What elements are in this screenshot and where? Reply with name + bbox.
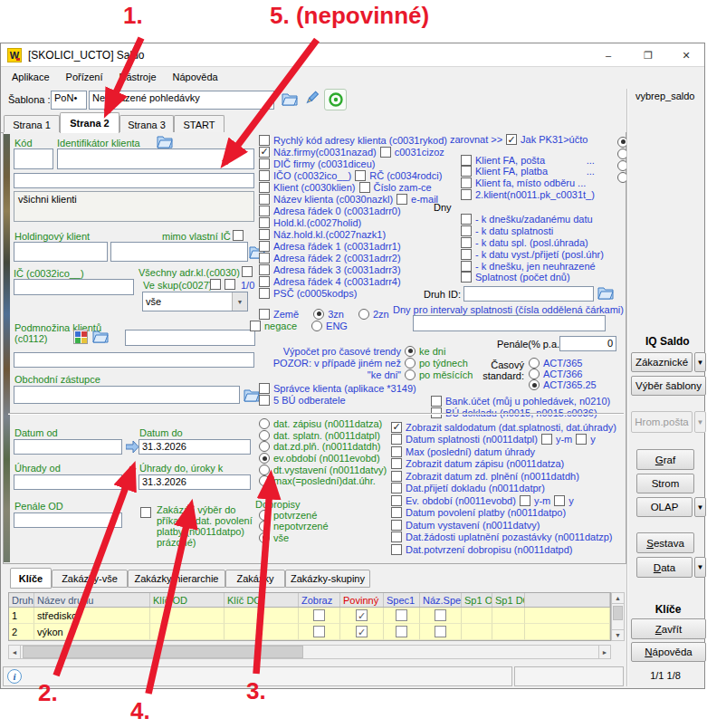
checkbox[interactable]: ✓ — [356, 609, 368, 621]
tab-zakazky-hierarchie[interactable]: Zakázky-hierarchie — [128, 570, 225, 588]
folder-open-icon[interactable] — [157, 135, 173, 148]
checkbox[interactable] — [435, 609, 446, 621]
holding-code-input[interactable] — [14, 242, 108, 262]
scroll-right-icon[interactable]: ► — [598, 645, 611, 659]
tab-start[interactable]: START — [174, 115, 225, 133]
grid-colors-icon[interactable] — [73, 330, 88, 344]
vse-dropdown[interactable]: vše ▼ — [142, 292, 248, 311]
checkbox[interactable]: ✓ — [259, 147, 270, 158]
table-cell[interactable] — [420, 624, 462, 640]
scroll-down-icon[interactable]: ▼ — [611, 629, 625, 641]
checkbox[interactable] — [259, 276, 270, 287]
radio[interactable] — [259, 475, 270, 486]
folder-open-icon[interactable] — [282, 92, 298, 106]
column-header[interactable]: Povinný — [340, 593, 384, 607]
checkbox[interactable] — [391, 532, 402, 542]
vscroll-thumb[interactable] — [613, 606, 623, 620]
checkbox[interactable] — [431, 396, 442, 407]
checkbox[interactable] — [391, 471, 402, 482]
checkbox[interactable] — [461, 225, 472, 236]
penale-od-input[interactable] — [14, 512, 122, 528]
checkbox[interactable]: ✓ — [356, 626, 368, 637]
menu-porizeni[interactable]: Pořízení — [58, 69, 111, 85]
checkbox[interactable] — [391, 507, 402, 518]
menu-nastroje[interactable]: Nástroje — [111, 69, 165, 85]
podmnozina-input[interactable] — [125, 330, 255, 346]
template-name-input[interactable]: Neuhrazené pohledávky — [89, 91, 274, 110]
ident-input[interactable] — [57, 148, 254, 169]
olap-dropdown-icon[interactable]: ▼ — [694, 497, 706, 517]
sestava-button[interactable]: Sestava — [636, 532, 694, 553]
uhrady-do-input[interactable]: 31.3.2026 — [139, 474, 251, 490]
radio[interactable] — [358, 309, 369, 320]
kod-input[interactable] — [14, 148, 53, 169]
column-header[interactable]: Náz.Spec1 — [420, 593, 462, 607]
checkbox[interactable] — [259, 217, 270, 228]
column-header[interactable] — [525, 593, 610, 607]
ve-skup-checkbox-2[interactable] — [225, 279, 235, 290]
checkbox[interactable] — [461, 189, 472, 200]
datum-do-input[interactable]: 31.3.2026 — [139, 439, 251, 455]
radio[interactable] — [311, 321, 322, 331]
checkbox[interactable] — [259, 229, 270, 240]
zakaznicke-dropdown-icon[interactable]: ▼ — [694, 352, 706, 372]
radio[interactable] — [313, 309, 324, 320]
checkbox[interactable] — [461, 214, 472, 225]
checkbox[interactable] — [461, 177, 472, 188]
checkbox[interactable] — [259, 170, 270, 181]
checkbox[interactable] — [259, 135, 270, 146]
folder-open-icon[interactable] — [597, 286, 614, 300]
column-header[interactable]: Zobraz — [299, 593, 340, 607]
checkbox[interactable] — [259, 206, 270, 216]
checkbox[interactable] — [391, 446, 402, 457]
intervaly-input[interactable] — [413, 315, 606, 331]
tab-strana1[interactable]: Strana 1 — [4, 115, 60, 133]
radio[interactable] — [529, 358, 540, 369]
maximize-button[interactable]: ❐ — [629, 43, 667, 67]
checkbox[interactable] — [461, 166, 472, 177]
olap-button[interactable]: OLAP — [636, 497, 693, 517]
radio[interactable] — [405, 346, 416, 357]
checkbox[interactable] — [461, 249, 472, 260]
client-filter-input[interactable] — [14, 173, 254, 188]
hscroll-thumb[interactable] — [23, 646, 303, 658]
obchodni-input[interactable] — [14, 386, 240, 404]
checkbox[interactable] — [396, 626, 407, 637]
close-button[interactable]: ✕ — [667, 43, 705, 67]
table-cell[interactable] — [299, 608, 340, 624]
checkbox[interactable] — [259, 309, 270, 320]
tab-zakazky-vse[interactable]: Zakázky-vše — [52, 570, 128, 588]
zakaznicke-button[interactable]: Zákaznické — [631, 352, 693, 372]
checkbox[interactable] — [391, 520, 402, 531]
checkbox[interactable] — [259, 182, 270, 193]
checkbox[interactable]: ✓ — [391, 422, 402, 433]
checkbox[interactable] — [576, 434, 587, 445]
mimo-ic-checkbox[interactable] — [233, 230, 244, 241]
podmnozina-name-input[interactable] — [14, 352, 254, 368]
checkbox[interactable] — [259, 288, 270, 299]
holding-name-input[interactable] — [110, 242, 248, 262]
checkbox[interactable] — [313, 626, 325, 637]
scroll-up-icon[interactable]: ▲ — [611, 592, 625, 604]
data-button[interactable]: Data — [636, 557, 693, 578]
table-cell[interactable] — [384, 624, 420, 640]
tab-zakazky-skupiny[interactable]: Zakázky-skupiny — [285, 570, 370, 588]
checkbox[interactable] — [259, 264, 270, 275]
uhrady-od-input[interactable] — [14, 474, 122, 490]
column-header[interactable]: Druh — [9, 593, 34, 607]
radio[interactable] — [259, 453, 270, 464]
menu-aplikace[interactable]: Aplikace — [4, 69, 58, 85]
column-header[interactable]: Spec1 — [384, 593, 420, 607]
checkbox[interactable] — [359, 182, 370, 193]
checkbox[interactable] — [259, 253, 270, 263]
checkbox[interactable] — [391, 495, 402, 506]
ve-skup-checkbox-1[interactable] — [210, 279, 221, 290]
vyber-sablony-button[interactable]: Výběr šablony — [631, 376, 706, 396]
table-cell[interactable] — [420, 608, 462, 624]
checkbox[interactable] — [520, 495, 530, 506]
checkbox[interactable] — [391, 458, 402, 469]
tab-zakazky[interactable]: Zakázky — [225, 570, 285, 588]
checkbox[interactable] — [391, 483, 402, 493]
checkbox[interactable] — [380, 147, 391, 158]
radio[interactable] — [259, 521, 270, 532]
